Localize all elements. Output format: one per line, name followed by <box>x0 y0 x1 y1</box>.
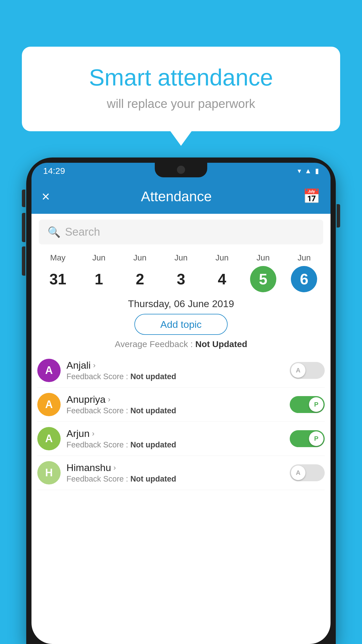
calendar-day[interactable]: Jun5 <box>246 253 281 292</box>
average-feedback: Average Feedback : Not Updated <box>31 339 331 349</box>
feedback-value: Not updated <box>130 440 176 449</box>
close-button[interactable]: × <box>42 188 50 204</box>
student-avatar: A <box>37 359 61 382</box>
phone-volume-down-button <box>22 213 25 242</box>
day-month: Jun <box>174 253 187 262</box>
speech-bubble-subtitle: will replace your paperwork <box>42 97 320 111</box>
toggle-thumb: A <box>291 466 305 480</box>
day-month: Jun <box>298 253 311 262</box>
calendar-day[interactable]: Jun2 <box>122 253 157 292</box>
day-month: Jun <box>215 253 229 262</box>
day-number: 1 <box>86 266 112 292</box>
status-icons: ▾ ▲ ▮ <box>298 167 319 175</box>
student-name: Anupriya › <box>66 394 284 405</box>
student-info: Anjali ›Feedback Score : Not updated <box>66 360 284 381</box>
search-input[interactable]: Search <box>65 226 100 238</box>
student-feedback: Feedback Score : Not updated <box>66 475 284 484</box>
wifi-icon: ▾ <box>298 167 301 175</box>
toggle-thumb: P <box>309 397 324 412</box>
day-month: Jun <box>92 253 106 262</box>
student-name: Himanshu › <box>66 462 284 473</box>
student-info: Himanshu ›Feedback Score : Not updated <box>66 462 284 484</box>
student-item[interactable]: AArjun ›Feedback Score : Not updatedP <box>37 422 325 456</box>
chevron-icon: › <box>92 429 94 438</box>
student-info: Arjun ›Feedback Score : Not updated <box>66 428 284 449</box>
day-number: 2 <box>127 266 153 292</box>
day-number: 4 <box>209 266 235 292</box>
calendar-strip: May31Jun1Jun2Jun3Jun4Jun5Jun6 <box>31 250 331 292</box>
chevron-icon: › <box>93 361 96 370</box>
app-bar-title: Attendance <box>141 188 212 204</box>
status-time: 14:29 <box>43 166 65 176</box>
day-month: May <box>50 253 66 262</box>
toggle-thumb: A <box>291 363 305 378</box>
day-number: 6 <box>291 266 317 292</box>
phone-extra-button <box>22 246 25 276</box>
selected-date: Thursday, 06 June 2019 <box>31 298 331 309</box>
attendance-toggle[interactable]: A <box>290 362 325 379</box>
speech-bubble: Smart attendance will replace your paper… <box>22 47 340 131</box>
chevron-icon: › <box>113 463 116 472</box>
student-avatar: H <box>37 461 61 484</box>
phone-notch <box>155 163 207 177</box>
battery-icon: ▮ <box>315 167 319 175</box>
calendar-day[interactable]: May31 <box>40 253 75 292</box>
calendar-day[interactable]: Jun6 <box>287 253 321 292</box>
student-name: Anjali › <box>66 360 284 371</box>
calendar-day[interactable]: Jun3 <box>164 253 198 292</box>
calendar-button[interactable]: 📅 <box>303 188 320 204</box>
toggle-thumb: P <box>309 431 324 446</box>
add-topic-button[interactable]: Add topic <box>134 314 228 335</box>
student-item[interactable]: AAnupriya ›Feedback Score : Not updatedP <box>37 388 325 422</box>
student-avatar: A <box>37 393 61 416</box>
signal-icon: ▲ <box>305 167 312 175</box>
phone-screen: × Attendance 📅 🔍 Search May31Jun1Jun2Jun… <box>31 179 331 644</box>
feedback-value: Not updated <box>130 406 176 415</box>
day-number: 3 <box>168 266 194 292</box>
front-camera <box>177 166 185 174</box>
speech-bubble-title: Smart attendance <box>42 64 320 91</box>
chevron-icon: › <box>108 395 110 404</box>
student-name: Arjun › <box>66 428 284 439</box>
search-icon: 🔍 <box>48 226 61 238</box>
day-number: 5 <box>250 266 276 292</box>
feedback-value: Not updated <box>130 372 176 381</box>
average-feedback-label: Average Feedback : <box>115 339 195 349</box>
student-feedback: Feedback Score : Not updated <box>66 406 284 415</box>
day-month: Jun <box>256 253 270 262</box>
app-bar: × Attendance 📅 <box>31 179 331 214</box>
phone-power-button <box>337 204 340 228</box>
phone-frame: 14:29 ▾ ▲ ▮ × Attendance 📅 🔍 Search May3… <box>26 158 336 644</box>
search-bar[interactable]: 🔍 Search <box>39 220 323 244</box>
student-avatar: A <box>37 427 61 450</box>
average-feedback-value: Not Updated <box>195 339 247 349</box>
calendar-day[interactable]: Jun4 <box>205 253 240 292</box>
student-item[interactable]: AAnjali ›Feedback Score : Not updatedA <box>37 354 325 388</box>
student-list: AAnjali ›Feedback Score : Not updatedAAA… <box>31 354 331 490</box>
attendance-toggle[interactable]: P <box>290 396 325 413</box>
student-feedback: Feedback Score : Not updated <box>66 372 284 381</box>
phone-volume-up-button <box>22 190 25 207</box>
student-feedback: Feedback Score : Not updated <box>66 440 284 449</box>
attendance-toggle[interactable]: A <box>290 464 325 481</box>
student-item[interactable]: HHimanshu ›Feedback Score : Not updatedA <box>37 456 325 490</box>
student-info: Anupriya ›Feedback Score : Not updated <box>66 394 284 415</box>
day-number: 31 <box>45 266 71 292</box>
day-month: Jun <box>133 253 147 262</box>
feedback-value: Not updated <box>130 475 176 483</box>
attendance-toggle[interactable]: P <box>290 430 325 447</box>
add-topic-label: Add topic <box>160 319 202 330</box>
calendar-day[interactable]: Jun1 <box>81 253 116 292</box>
